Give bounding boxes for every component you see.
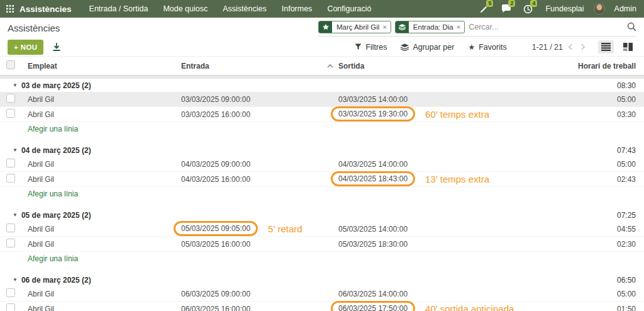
company-name[interactable]: Fundesplai [545,4,584,13]
add-line-row: Afegir una línia [0,252,644,266]
checkin-cell: 06/03/2025 09:00:00 [181,290,327,298]
group-header[interactable]: ▼06 de març 2025 (2)06:50 [0,273,644,286]
group-by-button[interactable]: Agrupar per [401,43,454,52]
menu-item-4[interactable]: Configuració [319,1,379,16]
app-name[interactable]: Assistències [19,4,72,14]
employee-cell: Abril Gil [28,240,181,249]
attendance-row[interactable]: Abril Gil05/03/2025 16:00:0005/03/2025 1… [0,237,644,252]
search-bar[interactable]: Març Abril Gil×Entrada: Dia× [318,20,636,37]
worked-hours-cell: 04:55 [560,225,636,234]
pager-next-icon[interactable] [579,44,586,50]
date-group-2: ▼05 de març 2025 (2)07:25Abril Gil05/03/… [0,208,644,266]
column-header-checkin[interactable]: Entrada [181,62,327,71]
annotation-note: 40’ sortida anticipada [425,303,514,311]
checkin-cell: 04/03/2025 09:00:00 [181,160,327,169]
kanban-view-icon [623,43,633,51]
add-line-link[interactable]: Afegir una línia [28,189,78,198]
messages-button[interactable]: 2 [501,3,514,14]
systray: 5 2 4 Fundesplai Admin [479,3,636,14]
menu-item-1[interactable]: Mode quiosc [155,1,215,16]
attendance-row[interactable]: Abril Gil04/03/2025 09:00:0004/03/2025 1… [0,157,644,172]
group-header[interactable]: ▼05 de març 2025 (2)07:25 [0,208,644,222]
row-checkbox[interactable] [6,303,15,311]
checkout-cell: 06/03/2025 17:50:0040’ sortida anticipad… [327,303,560,311]
add-line-row: Afegir una línia [0,122,644,136]
star-icon [319,21,332,33]
attendance-row[interactable]: Abril Gil05/03/2025 09:05:005’ retard05/… [0,222,644,237]
apps-grid-icon[interactable] [6,5,14,13]
group-header[interactable]: ▼04 de març 2025 (2)07:43 [0,144,644,157]
pager-prev-icon[interactable] [569,44,575,50]
checkout-cell: 05/03/2025 18:30:00 [327,240,560,249]
column-header-worked[interactable]: Horari de treball [560,62,636,71]
row-checkbox[interactable] [6,239,15,247]
worked-hours-cell: 03:30 [560,110,636,119]
row-checkbox[interactable] [6,223,15,232]
worked-hours-cell: 05:00 [560,160,636,169]
worked-hours-cell: 05:00 [560,95,636,104]
attendance-row[interactable]: Abril Gil03/03/2025 16:00:0003/03/2025 1… [0,107,644,122]
timer-button[interactable]: 4 [523,3,536,14]
row-checkbox[interactable] [6,288,15,297]
checkin-cell: 05/03/2025 16:00:00 [181,240,327,249]
search-options: Filtres Agrupar per ★ Favorits 1-21 / 21 [355,40,636,54]
checkin-cell: 03/03/2025 09:00:00 [181,95,327,104]
employee-cell: Abril Gil [28,225,181,234]
date-group-0: ▼03 de març 2025 (2)08:30Abril Gil03/03/… [0,79,644,136]
search-facet-1[interactable]: Entrada: Dia× [395,21,465,33]
row-checkbox[interactable] [6,94,15,103]
search-icon[interactable] [627,22,636,31]
export-button[interactable] [52,43,61,52]
activities-button[interactable]: 5 [479,3,492,14]
attendance-row[interactable]: Abril Gil03/03/2025 09:00:0003/03/2025 1… [0,92,644,107]
employee-cell: Abril Gil [28,160,181,169]
layers-icon [401,43,409,51]
facet-remove-icon[interactable]: × [382,23,390,31]
row-checkbox[interactable] [6,159,15,167]
group-total: 06:50 [617,276,636,285]
pager-value: 1-21 / 21 [532,43,563,52]
search-facet-0[interactable]: Març Abril Gil× [318,21,391,33]
menu-item-0[interactable]: Entrada / Sortida [82,1,156,16]
view-switcher [598,40,636,54]
annotation-note: 13’ temps extra [425,174,489,184]
control-panel-bottom: + NOU Filtres Agrupar per ★ Favorits 1-2… [0,38,644,57]
add-line-link[interactable]: Afegir una línia [28,125,78,133]
column-header-employee[interactable]: Empleat [28,62,181,71]
attendance-row[interactable]: Abril Gil04/03/2025 16:00:0004/03/2025 1… [0,172,644,187]
annotation-circle: 04/03/2025 18:43:00 [331,171,415,186]
checkout-cell: 06/03/2025 14:00:00 [327,290,560,298]
menu-item-2[interactable]: Assistències [215,1,274,16]
menu-item-3[interactable]: Informes [274,1,320,16]
facet-label: Entrada: Dia [409,23,457,31]
row-checkbox[interactable] [6,174,15,183]
employee-cell: Abril Gil [28,110,181,119]
favorites-button[interactable]: ★ Favorits [468,43,506,52]
facet-remove-icon[interactable]: × [457,23,464,31]
add-line-link[interactable]: Afegir una línia [28,254,78,263]
attendance-row[interactable]: Abril Gil06/03/2025 16:00:0006/03/2025 1… [0,302,644,311]
group-label: 06 de març 2025 (2) [21,276,91,285]
list-view-button[interactable] [598,40,614,54]
avatar[interactable] [594,3,605,14]
kanban-view-button[interactable] [620,40,636,54]
search-facets: Març Abril Gil×Entrada: Dia× [318,21,465,33]
group-header[interactable]: ▼03 de març 2025 (2)08:30 [0,79,644,92]
collapse-caret-icon: ▼ [13,277,18,283]
user-name[interactable]: Admin [614,4,636,13]
checkin-cell: 03/03/2025 16:00:00 [181,110,327,119]
new-button[interactable]: + NOU [8,40,43,55]
select-all-checkbox[interactable] [6,60,15,69]
top-menu: Entrada / SortidaMode quioscAssistències… [82,1,379,16]
row-checkbox[interactable] [6,109,15,118]
column-header-checkout[interactable]: Sortida [327,62,560,71]
worked-hours-cell: 02:43 [560,175,636,184]
group-total: 08:30 [617,81,636,90]
search-input[interactable] [469,23,623,31]
activities-badge: 5 [486,0,493,7]
filter-icon [355,43,362,50]
attendance-row[interactable]: Abril Gil06/03/2025 09:00:0006/03/2025 1… [0,286,644,302]
filters-button[interactable]: Filtres [355,43,387,52]
worked-hours-cell: 05:00 [560,290,636,298]
collapse-caret-icon: ▼ [13,212,18,218]
